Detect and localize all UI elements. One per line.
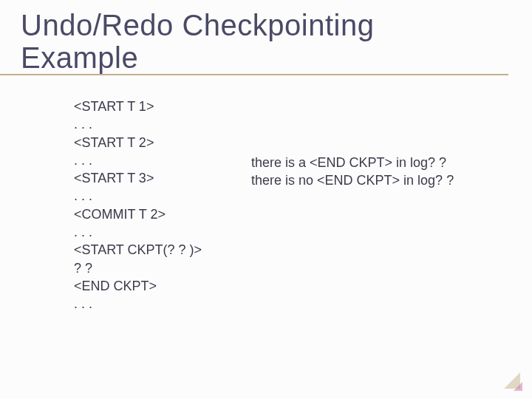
log-line: <START T 1> bbox=[74, 99, 154, 114]
title-line-1: Undo/Redo Checkpointing bbox=[21, 9, 374, 41]
log-line: . . . bbox=[74, 225, 92, 239]
log-column: <START T 1> . . . <START T 2> . . . <STA… bbox=[0, 98, 244, 313]
question-line: there is a <END CKPT> in log? ? bbox=[251, 154, 454, 171]
log-line: . . . bbox=[74, 117, 92, 132]
log-line: <END CKPT> bbox=[74, 279, 157, 293]
log-line: <START T 3> bbox=[74, 171, 154, 185]
log-line: . . . bbox=[74, 188, 92, 203]
page-curl-icon bbox=[504, 372, 520, 389]
question-column: there is a <END CKPT> in log? ? there is… bbox=[244, 98, 454, 190]
log-line: . . . bbox=[74, 153, 92, 168]
log-line: . . . bbox=[74, 296, 92, 311]
question-line: there is no <END CKPT> in log? ? bbox=[251, 171, 454, 189]
slide-body: <START T 1> . . . <START T 2> . . . <STA… bbox=[0, 75, 532, 313]
log-line: <START T 2> bbox=[74, 135, 154, 150]
log-line: ? ? bbox=[74, 261, 92, 276]
slide: Undo/Redo Checkpointing Example <START T… bbox=[0, 0, 532, 399]
log-line: <START CKPT(? ? )> bbox=[74, 242, 202, 257]
title-line-2: Example bbox=[21, 41, 138, 74]
slide-title: Undo/Redo Checkpointing Example bbox=[0, 0, 508, 75]
log-line: <COMMIT T 2> bbox=[74, 207, 166, 222]
